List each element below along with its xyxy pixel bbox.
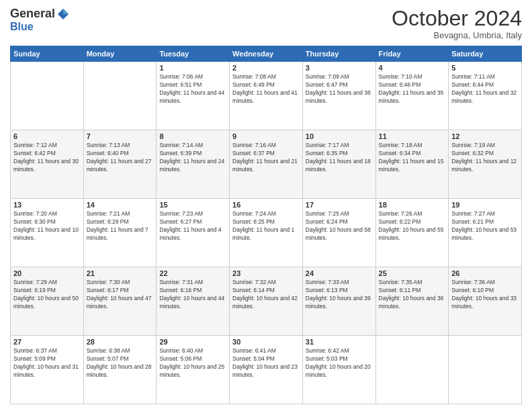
header-sunday: Sunday xyxy=(11,46,84,62)
day-info: Sunrise: 7:18 AM Sunset: 6:34 PM Dayligh… xyxy=(379,142,446,174)
location-subtitle: Bevagna, Umbria, Italy xyxy=(392,30,522,40)
day-number: 14 xyxy=(87,201,154,209)
day-number: 5 xyxy=(451,64,519,72)
day-number: 18 xyxy=(379,201,446,209)
day-number: 26 xyxy=(451,269,519,277)
logo: General Blue xyxy=(10,7,70,33)
day-info: Sunrise: 7:12 AM Sunset: 6:42 PM Dayligh… xyxy=(13,142,81,174)
calendar-cell: 28Sunrise: 6:38 AM Sunset: 5:07 PM Dayli… xyxy=(83,336,157,404)
day-number: 28 xyxy=(87,338,154,346)
day-info: Sunrise: 6:42 AM Sunset: 5:03 PM Dayligh… xyxy=(306,347,373,379)
header-saturday: Saturday xyxy=(449,46,522,62)
day-number: 23 xyxy=(232,269,300,277)
day-number: 20 xyxy=(13,269,81,277)
calendar-cell: 14Sunrise: 7:21 AM Sunset: 6:29 PM Dayli… xyxy=(83,199,157,267)
calendar-cell xyxy=(449,336,522,404)
calendar-cell: 4Sunrise: 7:10 AM Sunset: 6:46 PM Daylig… xyxy=(375,62,449,130)
calendar-cell: 11Sunrise: 7:18 AM Sunset: 6:34 PM Dayli… xyxy=(375,130,449,199)
day-info: Sunrise: 7:24 AM Sunset: 6:25 PM Dayligh… xyxy=(232,210,300,242)
day-info: Sunrise: 7:20 AM Sunset: 6:30 PM Dayligh… xyxy=(13,210,81,242)
day-info: Sunrise: 7:33 AM Sunset: 6:13 PM Dayligh… xyxy=(306,279,373,311)
day-info: Sunrise: 6:41 AM Sunset: 5:04 PM Dayligh… xyxy=(232,347,300,379)
day-number: 6 xyxy=(13,132,81,140)
day-number: 31 xyxy=(306,338,373,346)
calendar-cell: 19Sunrise: 7:27 AM Sunset: 6:21 PM Dayli… xyxy=(449,199,522,267)
title-block: October 2024 Bevagna, Umbria, Italy xyxy=(392,7,522,40)
day-info: Sunrise: 7:11 AM Sunset: 6:44 PM Dayligh… xyxy=(451,73,519,105)
week-row-3: 13Sunrise: 7:20 AM Sunset: 6:30 PM Dayli… xyxy=(11,199,522,267)
day-number: 4 xyxy=(379,64,446,72)
calendar-cell: 30Sunrise: 6:41 AM Sunset: 5:04 PM Dayli… xyxy=(230,336,303,404)
day-info: Sunrise: 7:31 AM Sunset: 6:16 PM Dayligh… xyxy=(159,279,226,311)
day-info: Sunrise: 7:25 AM Sunset: 6:24 PM Dayligh… xyxy=(306,210,373,242)
day-info: Sunrise: 7:13 AM Sunset: 6:40 PM Dayligh… xyxy=(87,142,154,174)
weekday-header-row: Sunday Monday Tuesday Wednesday Thursday… xyxy=(11,46,522,62)
header-wednesday: Wednesday xyxy=(230,46,303,62)
day-number: 2 xyxy=(232,64,300,72)
day-number: 8 xyxy=(159,132,226,140)
calendar-cell: 1Sunrise: 7:06 AM Sunset: 6:51 PM Daylig… xyxy=(157,62,230,130)
day-info: Sunrise: 7:36 AM Sunset: 6:10 PM Dayligh… xyxy=(451,279,519,311)
calendar-cell: 29Sunrise: 6:40 AM Sunset: 5:06 PM Dayli… xyxy=(157,336,230,404)
day-info: Sunrise: 7:27 AM Sunset: 6:21 PM Dayligh… xyxy=(451,210,519,242)
day-number: 7 xyxy=(87,132,154,140)
day-info: Sunrise: 7:23 AM Sunset: 6:27 PM Dayligh… xyxy=(159,210,226,242)
logo-blue: Blue xyxy=(10,21,34,32)
week-row-2: 6Sunrise: 7:12 AM Sunset: 6:42 PM Daylig… xyxy=(11,130,522,199)
day-number: 30 xyxy=(232,338,300,346)
day-number: 16 xyxy=(232,201,300,209)
day-info: Sunrise: 7:09 AM Sunset: 6:47 PM Dayligh… xyxy=(306,73,373,105)
month-title: October 2024 xyxy=(392,7,522,30)
day-info: Sunrise: 6:38 AM Sunset: 5:07 PM Dayligh… xyxy=(87,347,154,379)
day-info: Sunrise: 7:06 AM Sunset: 6:51 PM Dayligh… xyxy=(159,73,226,105)
day-info: Sunrise: 7:19 AM Sunset: 6:32 PM Dayligh… xyxy=(451,142,519,174)
day-info: Sunrise: 7:21 AM Sunset: 6:29 PM Dayligh… xyxy=(87,210,154,242)
day-number: 24 xyxy=(306,269,373,277)
day-number: 29 xyxy=(159,338,226,346)
day-info: Sunrise: 7:14 AM Sunset: 6:39 PM Dayligh… xyxy=(159,142,226,174)
day-number: 27 xyxy=(13,338,81,346)
day-number: 1 xyxy=(159,64,226,72)
calendar-cell: 31Sunrise: 6:42 AM Sunset: 5:03 PM Dayli… xyxy=(302,336,375,404)
day-info: Sunrise: 7:16 AM Sunset: 6:37 PM Dayligh… xyxy=(232,142,300,174)
calendar-cell: 7Sunrise: 7:13 AM Sunset: 6:40 PM Daylig… xyxy=(83,130,157,199)
calendar-cell: 27Sunrise: 6:37 AM Sunset: 5:09 PM Dayli… xyxy=(11,336,84,404)
day-info: Sunrise: 6:40 AM Sunset: 5:06 PM Dayligh… xyxy=(159,347,226,379)
calendar-cell: 25Sunrise: 7:35 AM Sunset: 6:11 PM Dayli… xyxy=(375,267,449,336)
day-number: 12 xyxy=(451,132,519,140)
day-info: Sunrise: 7:35 AM Sunset: 6:11 PM Dayligh… xyxy=(379,279,446,311)
day-number: 9 xyxy=(232,132,300,140)
calendar-cell: 13Sunrise: 7:20 AM Sunset: 6:30 PM Dayli… xyxy=(11,199,84,267)
day-info: Sunrise: 7:30 AM Sunset: 6:17 PM Dayligh… xyxy=(87,279,154,311)
calendar-cell xyxy=(11,62,84,130)
calendar-cell: 6Sunrise: 7:12 AM Sunset: 6:42 PM Daylig… xyxy=(11,130,84,199)
week-row-1: 1Sunrise: 7:06 AM Sunset: 6:51 PM Daylig… xyxy=(11,62,522,130)
day-number: 11 xyxy=(379,132,446,140)
calendar-cell: 5Sunrise: 7:11 AM Sunset: 6:44 PM Daylig… xyxy=(449,62,522,130)
day-number: 10 xyxy=(306,132,373,140)
calendar-cell: 23Sunrise: 7:32 AM Sunset: 6:14 PM Dayli… xyxy=(230,267,303,336)
week-row-5: 27Sunrise: 6:37 AM Sunset: 5:09 PM Dayli… xyxy=(11,336,522,404)
day-number: 19 xyxy=(451,201,519,209)
header-thursday: Thursday xyxy=(302,46,375,62)
day-number: 3 xyxy=(306,64,373,72)
calendar-cell: 15Sunrise: 7:23 AM Sunset: 6:27 PM Dayli… xyxy=(157,199,230,267)
day-info: Sunrise: 7:08 AM Sunset: 6:49 PM Dayligh… xyxy=(232,73,300,105)
calendar-cell xyxy=(375,336,449,404)
day-info: Sunrise: 7:26 AM Sunset: 6:22 PM Dayligh… xyxy=(379,210,446,242)
calendar-cell: 21Sunrise: 7:30 AM Sunset: 6:17 PM Dayli… xyxy=(83,267,157,336)
day-number: 17 xyxy=(306,201,373,209)
week-row-4: 20Sunrise: 7:29 AM Sunset: 6:19 PM Dayli… xyxy=(11,267,522,336)
calendar-cell: 3Sunrise: 7:09 AM Sunset: 6:47 PM Daylig… xyxy=(302,62,375,130)
calendar-cell: 24Sunrise: 7:33 AM Sunset: 6:13 PM Dayli… xyxy=(302,267,375,336)
day-number: 25 xyxy=(379,269,446,277)
calendar-cell xyxy=(83,62,157,130)
calendar-table: Sunday Monday Tuesday Wednesday Thursday… xyxy=(10,46,522,404)
svg-marker-1 xyxy=(63,9,69,14)
calendar-cell: 16Sunrise: 7:24 AM Sunset: 6:25 PM Dayli… xyxy=(230,199,303,267)
day-info: Sunrise: 7:32 AM Sunset: 6:14 PM Dayligh… xyxy=(232,279,300,311)
logo-general: General xyxy=(10,7,55,21)
header-friday: Friday xyxy=(375,46,449,62)
day-number: 21 xyxy=(87,269,154,277)
calendar-cell: 10Sunrise: 7:17 AM Sunset: 6:35 PM Dayli… xyxy=(302,130,375,199)
